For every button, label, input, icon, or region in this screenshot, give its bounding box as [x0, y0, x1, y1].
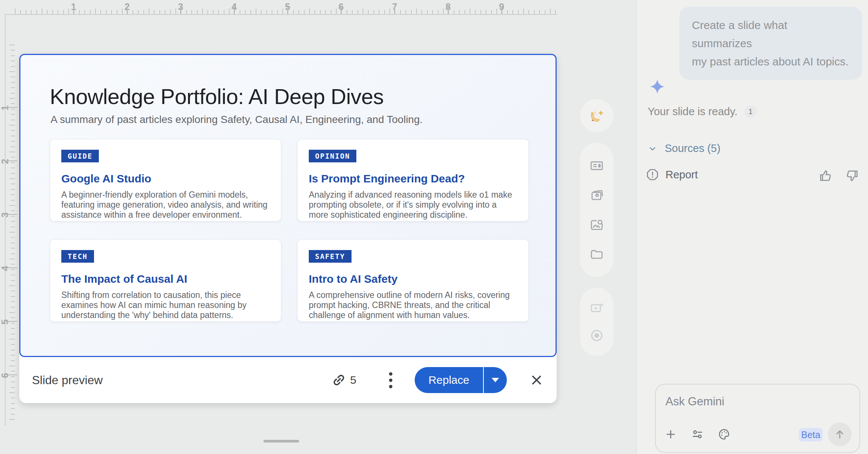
link-count: 5: [350, 374, 356, 386]
sources-toggle[interactable]: Sources (5): [647, 142, 720, 155]
add-attachment-icon[interactable]: [664, 428, 677, 441]
sources-link-button[interactable]: 5: [331, 373, 356, 387]
chevron-down-icon: [492, 378, 499, 382]
category-badge: OPINION: [309, 150, 356, 162]
ruler-horizontal-line: [5, 14, 557, 15]
article-title: Is Prompt Engineering Dead?: [309, 172, 517, 185]
slide-preview-card: Knowledge Portfolio: AI Deep Dives A sum…: [19, 54, 557, 403]
article-title: Intro to AI Safety: [309, 273, 517, 285]
thumbs-up-button[interactable]: [819, 169, 833, 183]
article-card: GUIDE Google AI Studio A beginner-friend…: [50, 139, 281, 221]
article-summary: Analyzing if advanced reasoning models l…: [309, 190, 517, 220]
tune-settings-icon[interactable]: [691, 428, 704, 441]
record-icon[interactable]: [589, 327, 605, 344]
folder-icon[interactable]: [589, 246, 605, 262]
category-badge: GUIDE: [61, 150, 99, 162]
ask-gemini-placeholder: Ask Gemini: [665, 395, 724, 408]
assistant-status-text: Your slide is ready.: [648, 106, 738, 118]
report-alert-icon: [646, 168, 659, 181]
article-title: Google AI Studio: [61, 172, 270, 185]
user-message-line: my past articles about AI topics.: [692, 52, 850, 71]
send-button[interactable]: [828, 422, 852, 446]
article-card: SAFETY Intro to AI Safety A comprehensiv…: [297, 239, 529, 322]
report-row[interactable]: Report: [646, 168, 698, 181]
article-title: The Impact of Causal AI: [61, 273, 270, 285]
toolbar-group-insert: [580, 143, 613, 277]
gemini-sparkle-icon: [650, 79, 665, 94]
preview-action-bar: Slide preview 5 Replace: [19, 357, 557, 403]
palette-icon[interactable]: [718, 428, 731, 441]
toolbar-group-media: [580, 288, 613, 356]
slide-title: Knowledge Portfolio: AI Deep Dives: [50, 84, 384, 109]
slides-canvas: 123456789 123456 Knowledge Portfolio: AI…: [0, 0, 637, 454]
assistant-status-row: Your slide is ready. 1: [648, 105, 757, 118]
photo-stack-camera-icon[interactable]: [589, 187, 605, 203]
article-summary: A comprehensive outline of modern AI ris…: [309, 290, 517, 320]
link-icon: [331, 373, 346, 387]
citation-badge[interactable]: 1: [744, 105, 757, 118]
thumbs-down-button[interactable]: [845, 169, 859, 183]
more-options-button[interactable]: [388, 371, 394, 390]
slide-subtitle: A summary of past articles exploring Saf…: [51, 114, 422, 126]
image-search-icon[interactable]: [589, 217, 605, 233]
ask-gemini-input[interactable]: Ask Gemini: [655, 384, 860, 453]
article-card: TECH The Impact of Causal AI Shifting fr…: [50, 239, 281, 322]
user-message-line: Create a slide what summarizes: [692, 16, 850, 52]
category-badge: TECH: [61, 250, 94, 263]
article-cards-grid: GUIDE Google AI Studio A beginner-friend…: [50, 139, 529, 322]
layout-card-icon[interactable]: [589, 158, 605, 174]
category-badge: SAFETY: [309, 250, 352, 263]
gemini-side-panel: Create a slide what summarizes my past a…: [637, 0, 868, 454]
chevron-down-icon: [647, 143, 658, 154]
article-card: OPINION Is Prompt Engineering Dead? Anal…: [297, 139, 529, 221]
close-preview-button[interactable]: [529, 373, 544, 387]
banana-image-gen-icon[interactable]: [589, 107, 605, 124]
replace-split-button: Replace: [415, 367, 507, 393]
user-message-bubble: Create a slide what summarizes my past a…: [679, 7, 862, 80]
toolbar-group-generate: [580, 99, 613, 132]
preview-bar-title: Slide preview: [32, 373, 103, 387]
article-summary: Shifting from correlation to causation, …: [61, 290, 270, 320]
report-label: Report: [665, 169, 698, 181]
sources-label: Sources (5): [665, 142, 720, 155]
slide-thumbnail[interactable]: Knowledge Portfolio: AI Deep Dives A sum…: [19, 54, 557, 357]
video-generate-icon[interactable]: [589, 300, 605, 316]
canvas-scrollbar-handle[interactable]: [263, 440, 299, 442]
article-summary: A beginner-friendly exploration of Gemin…: [61, 190, 270, 220]
replace-dropdown-button[interactable]: [484, 367, 507, 393]
beta-badge: Beta: [799, 428, 823, 441]
replace-button[interactable]: Replace: [415, 367, 483, 393]
